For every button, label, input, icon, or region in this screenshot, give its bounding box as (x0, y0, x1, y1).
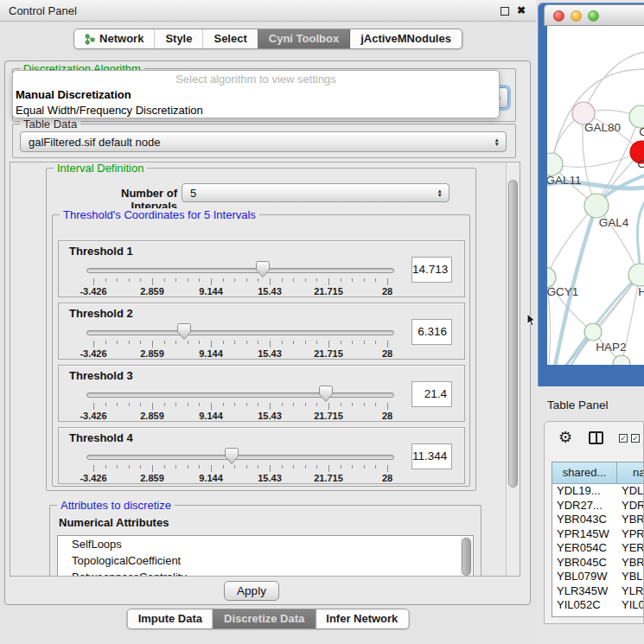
slider-handle[interactable] (255, 260, 271, 278)
tick-mark (105, 341, 106, 344)
network-node[interactable] (547, 153, 563, 175)
table-row[interactable]: YBR043CYBR0 (552, 513, 644, 527)
network-node[interactable] (584, 323, 602, 341)
threshold-value-field[interactable]: 11.344 (411, 443, 452, 469)
tab-style[interactable]: Style (154, 29, 202, 48)
table-row[interactable]: YPR145WYPR1 (552, 527, 644, 542)
slider-handle[interactable] (176, 322, 192, 341)
table-row[interactable]: YBR045CYBR0 (552, 556, 644, 571)
slider-track[interactable] (86, 330, 394, 335)
slider-track[interactable] (86, 392, 394, 398)
cell-shared-name[interactable]: YPR145W (552, 527, 617, 542)
cell-name[interactable]: YDR2 (617, 499, 644, 513)
number-of-intervals-combobox[interactable]: 5 ▲▼ (182, 183, 450, 202)
cell-shared-name[interactable]: YDL19... (552, 484, 617, 499)
attribute-list-item[interactable]: TopologicalCoefficient (58, 552, 473, 569)
table-row[interactable]: YLR345WYLR3 (552, 584, 644, 599)
threshold-slider[interactable]: -3.4262.8599.14415.4321.71528 (86, 447, 394, 483)
tick-mark (352, 278, 353, 282)
settings-scroll-area: Interval Definition Number of Intervals … (10, 162, 520, 577)
table-row[interactable]: YER054CYER0 (552, 541, 644, 556)
slider-ticks: -3.4262.8599.14415.4321.71528 (93, 341, 387, 358)
tab-label: Discretize Data (224, 609, 304, 628)
column-header-shared-name[interactable]: shared... (552, 462, 617, 484)
threshold-slider[interactable]: -3.4262.8599.14415.4321.71528 (86, 385, 394, 421)
numerical-attributes-list[interactable]: SelfLoopsTopologicalCoefficientBetweenne… (57, 535, 474, 577)
table-settings-gear-icon[interactable]: ⚙ (558, 428, 572, 447)
numerical-attributes-label: Numerical Attributes (59, 516, 169, 529)
tab-infer-network[interactable]: Infer Network (315, 609, 408, 628)
tab-select[interactable]: Select (202, 29, 257, 48)
table-data-combobox[interactable]: galFiltered.sif default node ▲▼ (20, 131, 507, 152)
cell-name[interactable]: YBL0 (617, 570, 644, 584)
app-root: Control Panel ✖ NetworkStyleSelectCyni T… (0, 0, 644, 644)
close-panel-icon[interactable]: ✖ (517, 3, 526, 18)
cell-shared-name[interactable]: YBR043C (552, 513, 617, 527)
cell-name[interactable]: YBR0 (617, 556, 644, 571)
cell-shared-name[interactable]: YBL079W (552, 570, 617, 584)
close-traffic-light-icon[interactable] (553, 10, 564, 22)
split-columns-icon[interactable] (589, 431, 603, 444)
cell-name[interactable]: YDL1 (617, 484, 644, 499)
threshold-value-field[interactable]: 6.316 (411, 319, 452, 345)
tick-mark (223, 403, 224, 406)
column-header-name[interactable]: na (617, 462, 644, 484)
slider-handle[interactable] (224, 447, 239, 465)
cell-name[interactable]: YPR1 (617, 527, 644, 542)
tab-cyni-toolbox[interactable]: Cyni Toolbox (258, 29, 349, 48)
table-row[interactable]: YDR27...YDR2 (552, 499, 644, 513)
checkbox-icon[interactable]: ✓ (619, 434, 628, 443)
vertical-scrollbar[interactable] (506, 163, 520, 576)
minimize-traffic-light-icon[interactable] (571, 10, 582, 22)
checkbox-icon[interactable]: ✓ (631, 434, 640, 443)
cell-name[interactable]: YBR0 (617, 513, 644, 527)
threshold-value-field[interactable]: 21.4 (411, 381, 452, 407)
list-scrollbar-thumb[interactable] (462, 538, 471, 576)
tab-network[interactable]: Network (74, 29, 154, 48)
tick-mark (341, 465, 341, 469)
slider-track[interactable] (86, 268, 394, 273)
network-window-titlebar[interactable] (544, 4, 644, 26)
slider-handle[interactable] (318, 385, 334, 403)
network-graph[interactable]: GAL80GACGAL11GAL4GCY1HHAP2 (547, 26, 644, 365)
apply-button[interactable]: Apply (224, 581, 279, 601)
table-row[interactable]: YDL19...YDL1 (552, 484, 644, 499)
thresholds-group: Threshold's Coordinates for 5 Intervals … (52, 214, 470, 487)
tab-impute-data[interactable]: Impute Data (128, 609, 213, 628)
attribute-list-item[interactable]: SelfLoops (58, 536, 473, 552)
cell-name[interactable]: YLR3 (617, 584, 644, 599)
cell-shared-name[interactable]: YDR27... (552, 499, 617, 513)
threshold-slider[interactable]: -3.4262.8599.14415.4321.71528 (86, 322, 394, 359)
tick-mark (258, 403, 258, 406)
list-scrollbar[interactable] (460, 537, 472, 577)
tick-mark (140, 403, 141, 406)
zoom-traffic-light-icon[interactable] (588, 10, 599, 22)
slider-ticks: -3.4262.8599.14415.4321.71528 (93, 465, 387, 482)
cell-shared-name[interactable]: YER054C (552, 541, 617, 556)
table-row[interactable]: YBL079WYBL0 (552, 570, 644, 584)
attribute-list-item[interactable]: BetweennessCentrality (58, 569, 473, 577)
tab-discretize-data[interactable]: Discretize Data (213, 609, 315, 628)
cell-shared-name[interactable]: YIL052C (552, 598, 617, 610)
tab-jactivemnodules[interactable]: jActiveMNodules (349, 29, 462, 48)
threshold-slider[interactable]: -3.4262.8599.14415.4321.71528 (86, 260, 394, 296)
network-view-window[interactable]: GAL80GACGAL11GAL4GCY1HHAP2 (538, 3, 644, 386)
cell-name[interactable]: YIL0 (617, 598, 644, 610)
threshold-panel: Threshold 1-3.4262.8599.14415.4321.71528… (58, 240, 465, 297)
threshold-value-field[interactable]: 14.713 (411, 257, 452, 283)
network-canvas[interactable]: GAL80GACGAL11GAL4GCY1HHAP2 (547, 26, 644, 365)
table-row[interactable]: YIL052CYIL0 (552, 598, 644, 610)
table-header: shared... na (552, 462, 644, 484)
dropdown-option[interactable]: Manual Discretization (13, 87, 499, 103)
tick-mark (258, 465, 258, 469)
dropdown-option[interactable]: Equal Width/Frequency Discretization (13, 103, 499, 118)
tick-mark (387, 403, 388, 410)
tick-mark (387, 465, 388, 472)
network-node[interactable] (584, 194, 609, 218)
slider-track[interactable] (86, 455, 394, 460)
cell-shared-name[interactable]: YLR345W (552, 584, 617, 599)
cell-shared-name[interactable]: YBR045C (552, 556, 617, 571)
float-window-icon[interactable] (501, 7, 509, 16)
cell-name[interactable]: YER0 (617, 541, 644, 556)
vertical-scrollbar-thumb[interactable] (508, 180, 518, 488)
